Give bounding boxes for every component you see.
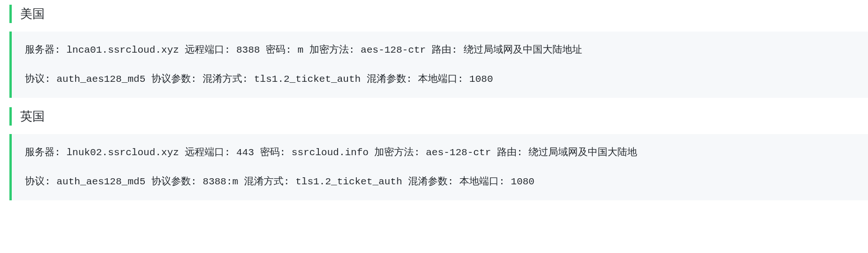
config-block-uk: 服务器: lnuk02.ssrcloud.xyz 远程端口: 443 密码: s… [9, 134, 868, 200]
heading-uk: 英国 [9, 107, 868, 126]
config-line: 协议: auth_aes128_md5 协议参数: 8388:m 混淆方式: t… [25, 174, 855, 190]
config-line: 服务器: lnca01.ssrcloud.xyz 远程端口: 8388 密码: … [25, 43, 855, 58]
section-us: 美国 服务器: lnca01.ssrcloud.xyz 远程端口: 8388 密… [0, 5, 868, 98]
config-block-us: 服务器: lnca01.ssrcloud.xyz 远程端口: 8388 密码: … [9, 32, 868, 98]
config-line: 协议: auth_aes128_md5 协议参数: 混淆方式: tls1.2_t… [25, 72, 855, 87]
config-line: 服务器: lnuk02.ssrcloud.xyz 远程端口: 443 密码: s… [25, 145, 855, 160]
section-uk: 英国 服务器: lnuk02.ssrcloud.xyz 远程端口: 443 密码… [0, 107, 868, 200]
heading-us: 美国 [9, 5, 868, 23]
